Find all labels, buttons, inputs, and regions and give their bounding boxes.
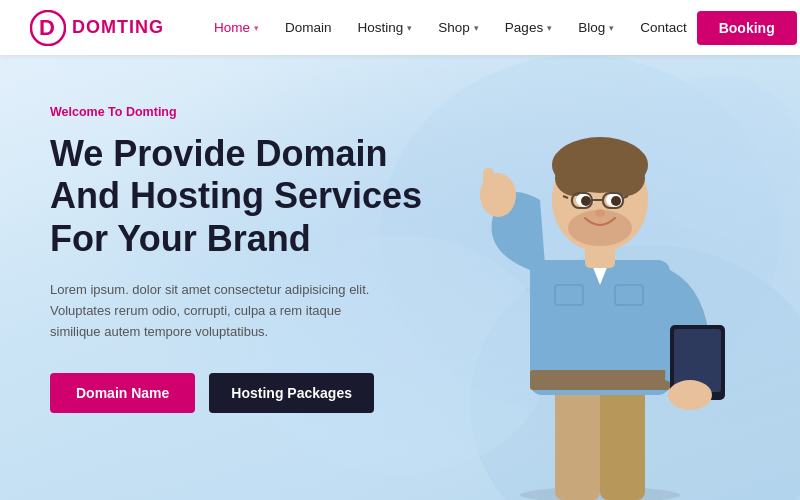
chevron-down-icon: ▾ — [407, 23, 412, 33]
hero-content: Welcome To Domting We Provide Domain And… — [50, 105, 450, 413]
logo-text: DOMTING — [72, 17, 164, 38]
hero-title: We Provide Domain And Hosting Services F… — [50, 133, 450, 260]
svg-point-18 — [668, 380, 712, 410]
hosting-packages-button[interactable]: Hosting Packages — [209, 373, 374, 413]
chevron-down-icon: ▾ — [474, 23, 479, 33]
nav-item-shop[interactable]: Shop ▾ — [428, 14, 489, 41]
logo-icon: D — [30, 10, 66, 46]
chevron-down-icon: ▾ — [547, 23, 552, 33]
nav-item-home[interactable]: Home ▾ — [204, 14, 269, 41]
hero-person-image — [460, 70, 740, 500]
nav-item-hosting[interactable]: Hosting ▾ — [348, 14, 423, 41]
chevron-down-icon: ▾ — [609, 23, 614, 33]
nav-item-contact[interactable]: Contact — [630, 14, 697, 41]
logo[interactable]: D DOMTING — [30, 10, 164, 46]
nav-links: Home ▾ Domain Hosting ▾ Shop ▾ Pages ▾ B… — [204, 14, 697, 41]
hero-section: Welcome To Domting We Provide Domain And… — [0, 55, 800, 500]
domain-name-button[interactable]: Domain Name — [50, 373, 195, 413]
svg-rect-15 — [483, 168, 494, 196]
svg-rect-7 — [555, 380, 600, 500]
hero-welcome-text: Welcome To Domting — [50, 105, 450, 119]
svg-rect-8 — [600, 380, 645, 500]
navbar: D DOMTING Home ▾ Domain Hosting ▾ Shop ▾… — [0, 0, 800, 55]
booking-button[interactable]: Booking — [697, 11, 797, 45]
svg-point-23 — [605, 160, 645, 196]
nav-item-domain[interactable]: Domain — [275, 14, 342, 41]
hero-buttons: Domain Name Hosting Packages — [50, 373, 450, 413]
svg-text:D: D — [39, 15, 55, 40]
nav-item-pages[interactable]: Pages ▾ — [495, 14, 562, 41]
chevron-down-icon: ▾ — [254, 23, 259, 33]
svg-point-22 — [555, 160, 595, 196]
svg-rect-13 — [530, 370, 670, 390]
hero-description: Lorem ipsum. dolor sit amet consectetur … — [50, 280, 380, 342]
nav-item-blog[interactable]: Blog ▾ — [568, 14, 624, 41]
svg-point-34 — [595, 209, 605, 217]
svg-point-28 — [611, 196, 621, 206]
svg-point-27 — [581, 196, 591, 206]
